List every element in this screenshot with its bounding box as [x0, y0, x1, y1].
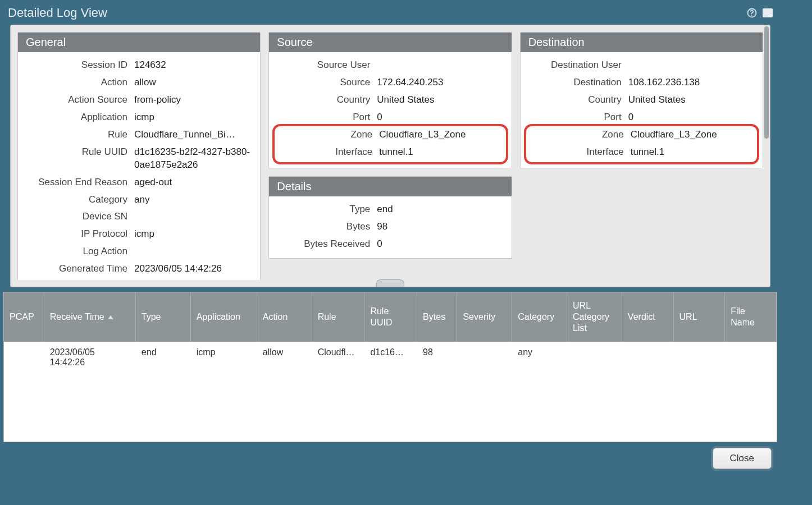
col-file-name[interactable]: File Name [725, 292, 777, 342]
window-title: Detailed Log View [8, 6, 107, 20]
general-panel-header: General [18, 33, 260, 52]
destination-panel-header: Destination [521, 33, 763, 52]
value-destination-zone: Cloudflare_L3_Zone [631, 128, 754, 141]
label-session-id: Session ID [25, 59, 134, 72]
label-rule-uuid: Rule UUID [25, 146, 134, 159]
col-verdict[interactable]: Verdict [622, 292, 673, 342]
label-application: Application [25, 111, 134, 124]
cell-verdict [622, 342, 673, 373]
value-application: icmp [134, 111, 253, 124]
label-source-zone: Zone [278, 128, 379, 141]
value-source-interface: tunnel.1 [379, 146, 502, 159]
value-action: allow [134, 76, 253, 89]
cell-receive-time: 2023/06/05 14:42:26 [44, 342, 135, 373]
value-rule: Cloudflare_Tunnel_Bi… [134, 128, 253, 141]
value-destination-port: 0 [628, 111, 756, 124]
cell-action: allow [257, 342, 312, 373]
label-source-country: Country [276, 94, 377, 107]
label-action: Action [25, 76, 134, 89]
label-rule: Rule [25, 128, 134, 141]
cell-rule-uuid: d1c16… [364, 342, 417, 373]
splitter-handle[interactable] [376, 279, 404, 287]
cell-type: end [135, 342, 190, 373]
value-source: 172.64.240.253 [377, 76, 504, 89]
col-category[interactable]: Category [512, 292, 567, 342]
cell-bytes: 98 [417, 342, 457, 373]
label-generated-time: Generated Time [25, 263, 134, 276]
label-destination: Destination [527, 76, 628, 89]
col-rule-uuid[interactable]: Rule UUID [364, 292, 417, 342]
col-pcap[interactable]: PCAP [4, 292, 44, 342]
value-action-source: from-policy [134, 94, 253, 107]
label-source: Source [276, 76, 377, 89]
detailed-log-view-window: Detailed Log View General Session ID1246… [0, 0, 781, 483]
log-grid: PCAP Receive Time Type Application Actio… [3, 292, 777, 442]
label-type: Type [276, 203, 377, 216]
value-source-country: United States [377, 94, 504, 107]
value-generated-time: 2023/06/05 14:42:26 [134, 263, 253, 276]
col-severity[interactable]: Severity [457, 292, 512, 342]
cell-category: any [512, 342, 567, 373]
label-device-sn: Device SN [25, 210, 134, 223]
window-toggle-icon[interactable] [763, 8, 773, 17]
value-source-zone: Cloudflare_L3_Zone [379, 128, 502, 141]
label-ip-protocol: IP Protocol [25, 228, 134, 241]
col-url[interactable]: URL [673, 292, 725, 342]
source-panel-header: Source [269, 33, 511, 52]
value-destination: 108.162.236.138 [628, 76, 756, 89]
panels-scrollbar[interactable] [763, 26, 769, 286]
label-session-end-reason: Session End Reason [25, 176, 134, 189]
col-application[interactable]: Application [190, 292, 257, 342]
help-icon[interactable] [746, 7, 758, 19]
titlebar: Detailed Log View [0, 0, 781, 25]
cell-file-name [725, 342, 777, 373]
col-type[interactable]: Type [135, 292, 190, 342]
cell-rule: Cloudfl… [312, 342, 364, 373]
source-zone-highlight: ZoneCloudflare_L3_Zone Interfacetunnel.1 [272, 124, 508, 164]
value-category: any [134, 194, 253, 206]
cell-severity [457, 342, 512, 373]
source-panel: Source Source User Source172.64.240.253 … [268, 32, 512, 168]
label-source-interface: Interface [278, 146, 379, 159]
cell-url [673, 342, 725, 373]
label-source-port: Port [276, 111, 377, 124]
label-log-action: Log Action [25, 245, 134, 258]
details-panel-header: Details [269, 177, 511, 196]
col-receive-time[interactable]: Receive Time [44, 292, 135, 342]
details-panels-area: General Session ID124632 Actionallow Act… [10, 25, 770, 287]
value-bytes-received: 0 [377, 238, 504, 251]
value-destination-country: United States [628, 94, 756, 107]
value-rule-uuid: d1c16235-b2f2-4327-b380-0ae1875e2a26 [134, 146, 253, 172]
label-bytes: Bytes [276, 221, 377, 233]
label-destination-interface: Interface [530, 146, 631, 159]
footer: Close [0, 442, 781, 469]
cell-application: icmp [190, 342, 257, 373]
grid-header-row: PCAP Receive Time Type Application Actio… [4, 292, 777, 342]
cell-url-category-list [567, 342, 622, 373]
table-row[interactable]: 2023/06/05 14:42:26 end icmp allow Cloud… [4, 342, 777, 373]
cell-pcap [4, 342, 44, 373]
label-destination-zone: Zone [530, 128, 631, 141]
value-bytes: 98 [377, 221, 504, 233]
col-rule[interactable]: Rule [312, 292, 364, 342]
col-bytes[interactable]: Bytes [417, 292, 457, 342]
titlebar-icons [746, 7, 773, 19]
general-panel: General Session ID124632 Actionallow Act… [17, 32, 261, 280]
value-session-id: 124632 [134, 59, 253, 72]
label-action-source: Action Source [25, 94, 134, 107]
label-destination-port: Port [527, 111, 628, 124]
details-panel: Details Typeend Bytes98 Bytes Received0 [268, 176, 512, 259]
destination-zone-highlight: ZoneCloudflare_L3_Zone Interfacetunnel.1 [524, 124, 759, 164]
col-action[interactable]: Action [257, 292, 312, 342]
destination-panel: Destination Destination User Destination… [520, 32, 763, 168]
label-destination-user: Destination User [527, 59, 628, 72]
value-destination-interface: tunnel.1 [631, 146, 754, 159]
col-url-category-list[interactable]: URL Category List [567, 292, 622, 342]
label-destination-country: Country [527, 94, 628, 107]
label-bytes-received: Bytes Received [276, 238, 377, 251]
close-button[interactable]: Close [713, 448, 772, 469]
value-source-port: 0 [377, 111, 504, 124]
value-type: end [377, 203, 504, 216]
value-session-end-reason: aged-out [134, 176, 253, 189]
label-category: Category [25, 194, 134, 206]
